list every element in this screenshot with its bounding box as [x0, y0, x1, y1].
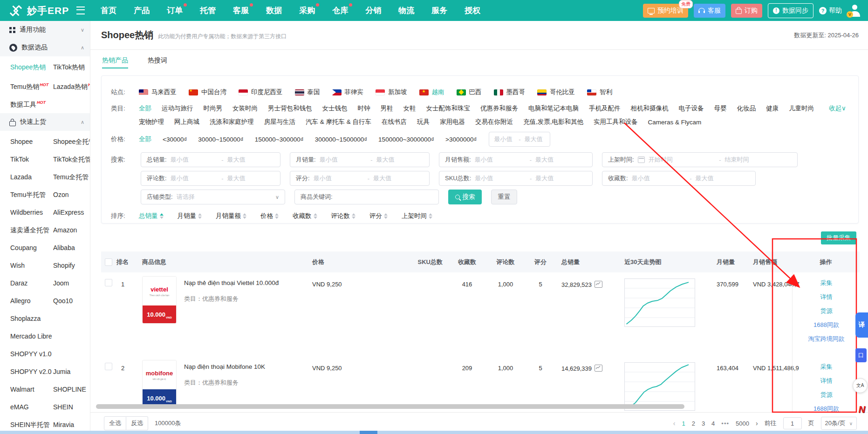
filter-chip[interactable]: 充值,发票,电影和其他	[523, 118, 583, 126]
menu-toggle-icon[interactable]	[76, 7, 85, 14]
filter-chip[interactable]: 交易在你附近	[475, 118, 513, 126]
sort-option[interactable]: 月销量额	[216, 212, 246, 220]
page-number[interactable]: 2	[692, 420, 695, 427]
sidebar-section-header-0[interactable]: 通用功能∨	[0, 21, 90, 39]
sidebar-item[interactable]: AliExpress	[53, 203, 90, 221]
sidebar-item[interactable]: Jumia	[53, 363, 90, 380]
min-input[interactable]: 最小值	[475, 156, 526, 164]
filter-range-group[interactable]: 上架时间:开始时间-结束时间	[602, 152, 798, 167]
nav-item-4[interactable]: 客服	[233, 5, 249, 16]
sort-option[interactable]: 上架时间	[402, 212, 432, 220]
row-checkbox[interactable]	[105, 279, 112, 286]
price-range-group[interactable]: 最小值 - 最大值	[489, 132, 550, 147]
site-option[interactable]: 印度尼西亚	[239, 88, 283, 96]
nav-item-3[interactable]: 托管	[200, 5, 216, 16]
filter-chip[interactable]: 电脑和笔记本电脑	[528, 104, 579, 113]
max-input[interactable]: 最大值	[376, 156, 424, 164]
goto-page-input[interactable]	[783, 417, 802, 429]
filter-chip[interactable]: 宠物护理	[139, 118, 164, 126]
page-number[interactable]: 4	[711, 420, 715, 427]
row-checkbox[interactable]	[105, 363, 112, 370]
site-option[interactable]: 巴西	[457, 88, 482, 96]
sidebar-item[interactable]: Wish	[10, 257, 53, 274]
sidebar-item[interactable]: Temu热销HOT	[10, 76, 53, 94]
filter-chip[interactable]: 儿童时尚	[789, 104, 814, 113]
page-number[interactable]: 1	[682, 420, 685, 427]
trend-popup-icon[interactable]	[595, 365, 602, 372]
filter-range-group[interactable]: SKU总数:最小值-最大值	[439, 171, 593, 186]
extension-square-button[interactable]: 口	[855, 348, 867, 362]
sort-option[interactable]: 评分	[369, 212, 388, 220]
red-extension-icon[interactable]: N	[859, 404, 865, 415]
filter-chip[interactable]: 相机和摄像机	[631, 104, 669, 113]
sidebar-item[interactable]: Alibaba	[53, 239, 90, 257]
filter-chip[interactable]: 30000~150000₫	[198, 136, 243, 143]
site-option[interactable]: 马来西亚	[139, 88, 177, 96]
filter-chip[interactable]: 洗涤和家庭护理	[210, 118, 254, 126]
sidebar-item[interactable]: SHOPYY v2.0	[10, 363, 53, 380]
site-option[interactable]: 泰国	[295, 88, 320, 96]
filter-chip[interactable]: <30000₫	[163, 136, 187, 143]
invert-select-button[interactable]: 反选	[126, 416, 148, 430]
filter-chip[interactable]: 家用电器	[440, 118, 465, 126]
site-option[interactable]: 越南	[419, 88, 444, 96]
batch-collect-button[interactable]: 批量采集	[821, 231, 856, 244]
action-link[interactable]: 详情	[820, 292, 833, 302]
sidebar-item[interactable]: Walmart	[10, 380, 53, 398]
filter-chip[interactable]: 女装时尚	[232, 104, 258, 113]
filter-range-group[interactable]: 月销售额:最小值-最大值	[439, 152, 593, 167]
sidebar-item[interactable]: Daraz	[10, 274, 53, 292]
action-link[interactable]: 详情	[820, 376, 833, 386]
sort-option[interactable]: 月销量	[178, 212, 202, 220]
sidebar-item[interactable]: Ozon	[53, 186, 90, 203]
filter-chip[interactable]: 玩具	[417, 118, 430, 126]
sidebar-item[interactable]: Qoo10	[53, 292, 90, 310]
sort-option[interactable]: 评论数	[331, 212, 356, 220]
filter-chip[interactable]: >3000000₫	[445, 136, 477, 143]
sidebar-item[interactable]: SHEIN	[53, 398, 90, 416]
product-title[interactable]: Nạp điện thoại Mobifone 10K	[184, 363, 265, 371]
site-option[interactable]: 智利	[587, 88, 612, 96]
sort-option[interactable]: 总销量	[139, 212, 164, 220]
sidebar-item[interactable]: TikTok热销	[53, 58, 90, 76]
filter-chip[interactable]: 1500000~3000000₫	[378, 136, 434, 143]
filter-chip[interactable]: 电子设备	[679, 104, 704, 113]
filter-chip[interactable]: 男士背包和钱包	[268, 104, 312, 113]
max-input[interactable]: 最大值	[695, 174, 750, 183]
select-all-button[interactable]: 全选	[104, 416, 126, 430]
sidebar-section-header-1[interactable]: 数据选品∧	[0, 39, 90, 56]
filter-range-group[interactable]: 收藏数:最小值-最大值	[602, 171, 756, 186]
sidebar-item[interactable]: Mercado Libre	[10, 327, 53, 345]
filter-chip[interactable]: 手机及配件	[589, 104, 621, 113]
filter-chip[interactable]: 时尚男	[204, 104, 223, 113]
site-option[interactable]: 中国台湾	[189, 88, 226, 96]
horizontal-scrollbar[interactable]	[96, 404, 684, 409]
customer-support-button[interactable]: 客服	[694, 4, 725, 18]
site-option[interactable]: 新加坡	[376, 88, 407, 96]
action-link[interactable]: 货源	[820, 306, 833, 316]
nav-item-7[interactable]: 仓库	[332, 5, 348, 16]
filter-range-group[interactable]: 评分:最小值-最大值	[290, 171, 430, 186]
filter-chip[interactable]: 女士钱包	[322, 104, 348, 113]
filter-chip[interactable]: 时钟	[358, 104, 370, 113]
user-avatar[interactable]: V	[847, 4, 861, 18]
sidebar-item[interactable]: Lazada	[10, 168, 53, 186]
filter-chip[interactable]: 在线书店	[382, 118, 407, 126]
max-input[interactable]: 最大值	[535, 156, 587, 164]
tab-hot-products[interactable]: 热销产品	[102, 50, 128, 71]
nav-item-1[interactable]: 产品	[134, 5, 150, 16]
nav-item-5[interactable]: 数据	[266, 5, 282, 16]
sidebar-item[interactable]: eMAG	[10, 398, 53, 416]
sidebar-item[interactable]: Joom	[53, 274, 90, 292]
sidebar-item[interactable]: 数据工具HOT	[10, 94, 53, 111]
trend-popup-icon[interactable]	[595, 281, 602, 288]
filter-chip[interactable]: 300000~1500000₫	[315, 136, 367, 143]
translate-tab-button[interactable]: 译	[855, 312, 868, 338]
max-input[interactable]: 最大值	[373, 174, 424, 183]
sidebar-item[interactable]: 速卖通全托管	[10, 221, 53, 239]
filter-chip[interactable]: 优惠券和服务	[480, 104, 518, 113]
search-button[interactable]: 搜索	[448, 190, 482, 204]
nav-item-9[interactable]: 物流	[398, 5, 414, 16]
filter-chip[interactable]: 化妆品	[737, 104, 756, 113]
max-input[interactable]: 最大值	[227, 174, 274, 183]
